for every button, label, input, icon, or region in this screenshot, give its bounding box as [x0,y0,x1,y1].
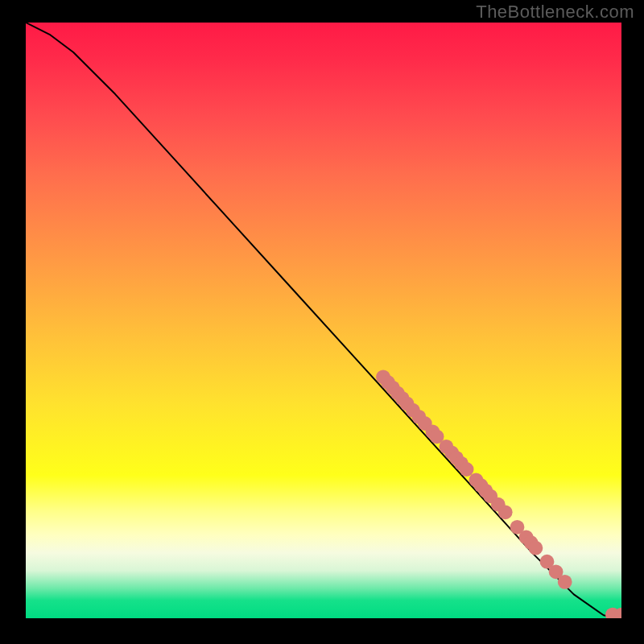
chart-frame: TheBottleneck.com [0,0,644,644]
curve-line [26,23,621,617]
plot-area [26,23,621,618]
watermark-text: TheBottleneck.com [476,2,634,23]
marker-group [376,369,621,618]
chart-overlay [26,23,621,618]
marker-dot [529,541,543,555]
marker-dot [498,505,513,519]
marker-dot [460,462,474,477]
marker-dot [558,575,572,589]
